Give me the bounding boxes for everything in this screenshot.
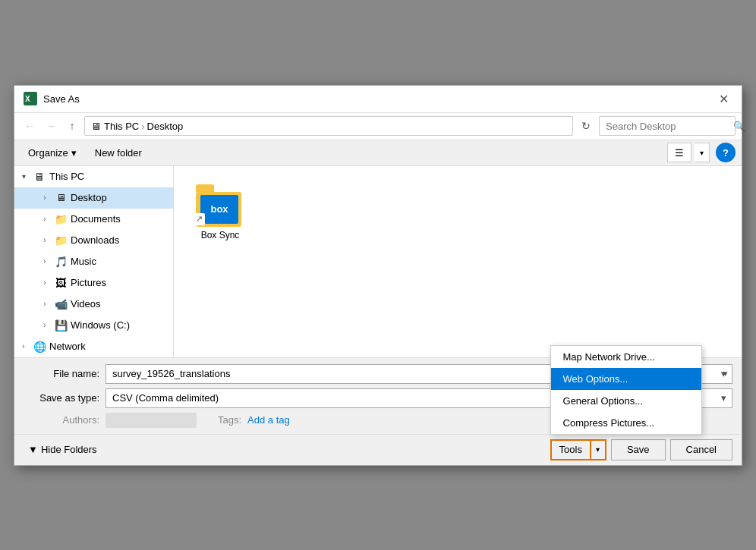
add-tag-link[interactable]: Add a tag: [247, 414, 290, 426]
videos-icon: 📹: [54, 297, 68, 311]
tools-group: Map Network Drive... Web Options... Gene…: [550, 439, 606, 460]
menu-item-compress-pictures[interactable]: Compress Pictures...: [551, 412, 701, 434]
path-part-thispc: This PC: [104, 121, 139, 132]
tree-label-pictures: Pictures: [71, 277, 106, 288]
tree-item-desktop[interactable]: › 🖥 Desktop: [14, 187, 173, 209]
organize-chevron-icon: ▾: [71, 147, 77, 159]
nav-tree: ▾ 🖥 This PC › 🖥 Desktop › 📁 Documents › …: [14, 166, 174, 357]
view-mode-button[interactable]: ☰: [667, 143, 691, 162]
tree-item-music[interactable]: › 🎵 Music: [14, 251, 173, 272]
hide-folders-button[interactable]: ▼ Hide Folders: [24, 441, 102, 458]
save-button[interactable]: Save: [611, 439, 666, 460]
main-content: ▾ 🖥 This PC › 🖥 Desktop › 📁 Documents › …: [14, 166, 742, 357]
address-path[interactable]: 🖥 This PC › Desktop: [84, 116, 573, 136]
desktop-icon: 🖥: [54, 191, 68, 205]
expand-downloads-icon: ›: [39, 234, 51, 247]
hide-folders-label: Hide Folders: [41, 444, 97, 455]
tree-label-network: Network: [49, 341, 86, 352]
organize-label: Organize: [28, 147, 68, 159]
new-folder-button[interactable]: New folder: [87, 143, 150, 162]
folder-item-box-sync[interactable]: box ↗ Box Sync: [186, 178, 254, 247]
computer-icon: 🖥: [33, 170, 46, 184]
network-icon: 🌐: [33, 340, 46, 354]
expand-desktop-icon: ›: [39, 192, 51, 204]
tree-label-videos: Videos: [71, 298, 101, 310]
drive-icon: 💾: [54, 319, 68, 332]
expand-windows-c-icon: ›: [39, 319, 51, 332]
refresh-button[interactable]: ↻: [576, 116, 596, 136]
music-icon: 🎵: [54, 255, 68, 269]
expand-this-pc-icon: ▾: [17, 171, 30, 183]
tree-item-downloads[interactable]: › 📁 Downloads: [14, 230, 173, 251]
search-input[interactable]: [606, 121, 733, 132]
address-bar: ← → ↑ 🖥 This PC › Desktop ↻ 🔍: [14, 113, 742, 140]
tree-item-this-pc[interactable]: ▾ 🖥 This PC: [14, 166, 173, 187]
documents-icon: 📁: [54, 212, 68, 226]
menu-item-general-options[interactable]: General Options...: [551, 390, 701, 412]
collapse-icon: ▼: [28, 444, 38, 455]
tools-label: Tools: [559, 444, 582, 455]
tree-item-pictures[interactable]: › 🖼 Pictures: [14, 272, 173, 294]
file-view: box ↗ Box Sync: [174, 166, 742, 357]
tree-label-music: Music: [71, 256, 96, 267]
path-part-desktop: Desktop: [147, 121, 184, 132]
dialog-title: Save As: [43, 93, 714, 105]
help-button[interactable]: ?: [716, 143, 736, 162]
new-folder-label: New folder: [95, 147, 142, 159]
menu-item-map-network-drive[interactable]: Map Network Drive...: [551, 346, 701, 368]
savetype-label: Save as type:: [24, 392, 99, 404]
tree-item-documents[interactable]: › 📁 Documents: [14, 209, 173, 230]
svg-text:X: X: [25, 95, 30, 103]
expand-documents-icon: ›: [39, 213, 51, 225]
folder-label-box-sync: Box Sync: [201, 230, 240, 240]
view-mode-dropdown-button[interactable]: ▾: [695, 143, 710, 162]
downloads-icon: 📁: [54, 234, 68, 247]
save-label: Save: [627, 444, 650, 455]
tree-item-windows-c[interactable]: › 💾 Windows (C:): [14, 315, 173, 336]
expand-music-icon: ›: [39, 256, 51, 268]
tree-label-downloads: Downloads: [71, 234, 119, 246]
folder-icon-box-sync: box ↗: [196, 184, 244, 227]
bottom-buttons: ▼ Hide Folders Map Network Drive... Web …: [14, 434, 742, 465]
expand-network-icon: ›: [17, 341, 30, 353]
filename-dropdown-icon: ▾: [723, 369, 728, 379]
cancel-label: Cancel: [686, 444, 717, 455]
tree-label-documents: Documents: [71, 213, 121, 225]
filename-label: File name:: [24, 368, 99, 379]
excel-icon: X: [24, 92, 37, 105]
expand-pictures-icon: ›: [39, 277, 51, 289]
box-logo-text: box: [210, 203, 228, 215]
cancel-button[interactable]: Cancel: [670, 439, 732, 460]
tree-label-this-pc: This PC: [49, 171, 84, 182]
back-button[interactable]: ←: [20, 117, 39, 135]
tree-item-network[interactable]: › 🌐 Network: [14, 336, 173, 357]
search-box[interactable]: 🔍: [599, 116, 736, 136]
search-icon: 🔍: [733, 121, 745, 132]
expand-videos-icon: ›: [39, 298, 51, 310]
authors-label: Authors:: [24, 414, 99, 426]
tools-dropdown-toggle[interactable]: ▾: [590, 439, 606, 460]
authors-value: [106, 413, 197, 428]
organize-button[interactable]: Organize ▾: [20, 143, 84, 162]
tree-label-desktop: Desktop: [71, 192, 107, 203]
tree-label-windows-c: Windows (C:): [71, 319, 130, 331]
up-button[interactable]: ↑: [63, 117, 81, 135]
tools-button[interactable]: Tools: [550, 439, 590, 460]
tools-dropdown-menu: Map Network Drive... Web Options... Gene…: [550, 345, 702, 435]
shortcut-arrow-icon: ↗: [193, 213, 205, 225]
title-bar: X Save As ✕: [14, 86, 742, 113]
path-icon: 🖥: [91, 121, 101, 132]
forward-button[interactable]: →: [42, 117, 60, 135]
tree-item-videos[interactable]: › 📹 Videos: [14, 294, 173, 315]
pictures-icon: 🖼: [54, 276, 68, 290]
toolbar: Organize ▾ New folder ☰ ▾ ?: [14, 140, 742, 166]
menu-item-web-options[interactable]: Web Options...: [551, 368, 701, 390]
close-button[interactable]: ✕: [714, 90, 732, 108]
tags-label: Tags:: [218, 414, 241, 426]
